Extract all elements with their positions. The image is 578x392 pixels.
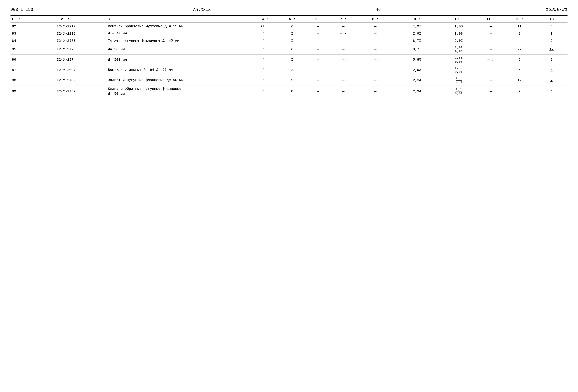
row-col6: — [305,44,331,55]
row-code: I2-У-2I73 [55,37,106,44]
row-description: То же, чугунные фланцевые Д= 40 мм [106,37,247,44]
row-num: 82. [10,23,55,30]
row-num: 85. [10,44,55,55]
row-col13: 8 [535,65,568,75]
cell-value: I,08 [454,24,463,29]
row-col12: 6 [504,65,535,75]
row-col13: 8 [535,54,568,65]
row-col10: 2,0I 0,05 [439,44,478,55]
row-col6: — [305,65,331,75]
cell-value: 8 [550,68,552,72]
doc-number: 15859-31 [546,7,568,12]
row-col7: — [331,23,356,30]
row-unit: " [247,65,279,75]
table-row: 88. I2-У-2I89 Задвижки чугунные фланцевы… [10,75,568,86]
row-code: I2-У-2I78 [55,44,106,55]
row-col6: — [305,30,331,37]
row-col11: — [478,86,503,97]
row-description: Вентили бронзовые муфтовые Д-= 15 мм [106,23,247,30]
main-table: I : — 2 : 3 : 4 : 5 : 6 : 7 : 8 : 9 : IO… [10,15,568,97]
row-col10: I,65 0,0I [439,65,478,75]
row-col12: I2 [504,75,535,86]
row-col11: — [478,23,503,30]
row-col9: 2,93 [395,65,439,75]
row-col5: I [279,54,305,65]
row-description: Д = 40 мм [106,30,247,37]
row-col8: — [356,86,395,97]
row-col7: — [331,75,356,86]
page-header: 903-I-I53 Ап.XXIX - 46 - 15859-31 [10,7,568,12]
col-header-9: 9 : [395,16,439,23]
row-num: 88. [10,75,55,86]
cell-value: 8 [550,58,552,62]
row-col7: — [331,86,356,97]
row-col9: 8,7I [395,44,439,55]
doc-id: 903-I-I53 [10,7,33,12]
row-col13: 2 [535,37,568,44]
row-code: I2-У-2097 [55,65,106,75]
row-col5: I [279,30,305,37]
row-col5: 6 [279,44,305,55]
row-description: Д= I00 мм [106,54,247,65]
row-unit: " [247,30,279,37]
table-row: 86. I2-У-2I74 Д= I00 мм " I — — — 5,85 2… [10,54,568,65]
row-col11: — [478,37,503,44]
col-header-7: 7 : [331,16,356,23]
row-col7: — [331,37,356,44]
fraction-value: 2,0I 0,05 [455,46,463,53]
fraction-value: 2,83 0,08 [455,56,463,64]
row-col10: I,08 [439,30,478,37]
row-col12: 5 [504,54,535,65]
cell-value: I,08 [454,32,463,36]
table-row: 82. I2-У-22I2 Вентили бронзовые муфтовые… [10,23,568,30]
row-col5: 2 [279,65,305,75]
row-col11: — . [478,54,503,65]
row-col13: I [535,30,568,37]
row-col12: 2 [504,30,535,37]
row-col13: I2 [535,44,568,55]
section: Ап.XXIX [193,7,211,12]
row-num: 89. [10,86,55,97]
row-col8: — [356,30,395,37]
table-row: 89. I2-У-2I89 Клапаны обратные чугунные … [10,86,568,97]
col-header-10: IO : [439,16,478,23]
row-col12: 7 [504,86,535,97]
row-col9: 5,85 [395,54,439,65]
col-header-3: 3 [106,16,247,23]
col-header-12: I2 : [504,16,535,23]
row-code: I2-У-22I2 [55,30,106,37]
col-header-6: 6 : [305,16,331,23]
row-col13: 4 [535,86,568,97]
row-col5: 5 [279,75,305,86]
row-col5: 8 [279,86,305,97]
row-code: I2-У-2I74 [55,54,106,65]
row-col5: 6 [279,23,305,30]
row-col8: — [356,65,395,75]
fraction-value: I,8 0,0I [455,77,463,84]
row-col13: 6 [535,23,568,30]
row-col6: — [305,37,331,44]
row-col8: — [356,44,395,55]
row-col10: I,08 [439,23,478,30]
row-unit: " [247,54,279,65]
fraction-value: I,65 0,0I [455,66,463,74]
row-col12: 22 [504,44,535,55]
row-col9: 2,34 [395,75,439,86]
page-number: - 46 - [371,7,386,12]
row-description: Клапаны обратные чугунные фланцевые Д= 5… [106,86,247,97]
row-unit: " [247,37,279,44]
cell-value: 7 [550,78,552,82]
row-col9: 8,7I [395,37,439,44]
col-header-4: : 4 : [247,16,279,23]
row-col8: — [356,54,395,65]
cell-value: I2 [549,47,554,51]
row-col11: — [478,44,503,55]
row-col12: II [504,23,535,30]
col-header-5: 5 : [279,16,305,23]
cell-value: I [550,32,552,36]
row-col11: — [478,75,503,86]
row-num: 87. [10,65,55,75]
row-num: 86. [10,54,55,65]
row-col10: 2,0I [439,37,478,44]
cell-value: 4 [550,89,552,93]
